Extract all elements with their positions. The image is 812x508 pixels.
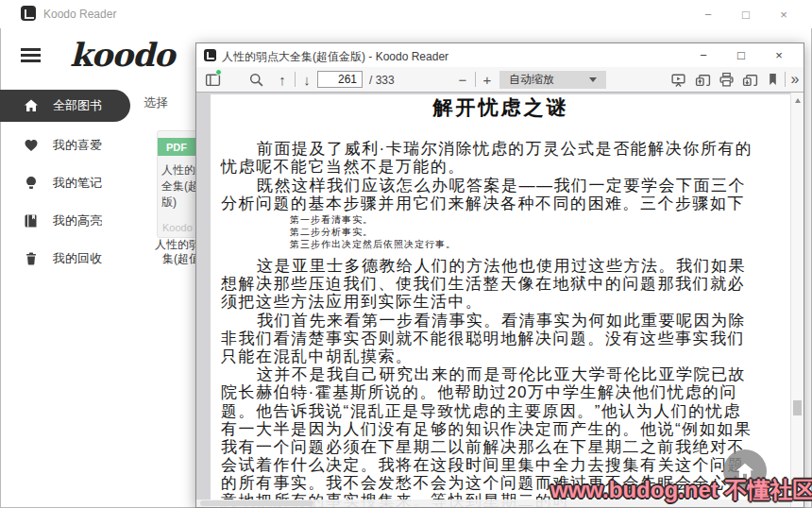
arrow-up-icon: ↑ <box>279 72 286 88</box>
double-chevron-icon: » <box>791 71 800 88</box>
page-count-label: / 333 <box>369 74 395 87</box>
next-page-button[interactable]: ↓ <box>296 67 318 92</box>
scroll-up-arrow-icon[interactable] <box>795 98 801 103</box>
koodo-logo: koodo <box>70 36 174 74</box>
main-window-controls: − □ × <box>689 0 803 28</box>
hamburger-menu-icon[interactable] <box>21 48 41 62</box>
pdf-toolbar: ↑ ↓ / 333 − + 自动缩放 <box>196 67 804 93</box>
close-button[interactable]: × <box>765 0 803 28</box>
zoom-out-button[interactable]: − <box>451 67 474 92</box>
minimize-button[interactable]: − <box>685 43 722 67</box>
sidebar-item-label: 我的回收 <box>53 250 102 267</box>
text-line: 分析问题的基本步骤并用它们来解决各种不同的困难。三个步骤如下 <box>221 193 745 214</box>
bookmark-icon <box>766 72 780 87</box>
page-number-input[interactable] <box>317 71 363 88</box>
sidebar-item-highlights[interactable]: 我的高亮 <box>0 205 142 237</box>
sidebar-item-notes[interactable]: 我的笔记 <box>0 167 142 199</box>
maximize-button[interactable]: □ <box>722 43 760 67</box>
more-tools-button[interactable]: » <box>786 67 804 92</box>
minus-icon: − <box>459 72 467 88</box>
sidebar-item-label: 我的高亮 <box>53 212 102 229</box>
text-line: 第二步分析事实。 <box>290 226 373 239</box>
zoom-select-value: 自动缩放 <box>509 72 554 88</box>
heart-icon <box>24 138 39 153</box>
text-line: 第三步作出决定然后依照决定行事。 <box>290 238 456 251</box>
arrow-down-icon: ↓ <box>303 72 311 88</box>
notification-dot <box>215 69 222 76</box>
select-label[interactable]: 选择 <box>144 94 168 111</box>
print-button[interactable] <box>715 67 737 92</box>
zoom-in-button[interactable]: + <box>476 67 499 92</box>
find-button[interactable] <box>244 67 268 92</box>
sidebar-item-label: 全部图书 <box>53 97 102 114</box>
reader-titlebar: 人性的弱点大全集(超值金版) - Koodo Reader − □ × <box>196 43 804 67</box>
sidebar-item-trash[interactable]: 我的回收 <box>0 243 142 275</box>
home-icon <box>24 98 39 113</box>
site-watermark: www.budog.net 不懂社区 <box>550 475 812 505</box>
maximize-button[interactable]: □ <box>727 0 765 28</box>
open-file-button[interactable] <box>691 67 714 92</box>
presentation-icon <box>670 72 686 88</box>
vertical-scrollbar-thumb[interactable] <box>793 400 802 415</box>
pdf-viewer-area: 解开忧虑之谜 前面提及了威利·卡瑞尔消除忧虑的万灵公式是否能解决你所有的 忧虑呢… <box>196 93 804 507</box>
main-window-titlebar: Koodo Reader − □ × <box>0 0 812 28</box>
screen: Koodo Reader − □ × koodo 全部图书 我的喜爱 我的笔记 … <box>0 0 812 508</box>
printer-icon <box>719 72 735 88</box>
book-icon <box>24 213 39 229</box>
previous-page-button[interactable]: ↑ <box>271 67 294 92</box>
sidebar-item-favorites[interactable]: 我的喜爱 <box>0 129 142 161</box>
page-text: 前面提及了威利·卡瑞尔消除忧虑的万灵公式是否能解决你所有的 忧虑呢不能它当然不是… <box>211 94 791 507</box>
chevron-down-icon <box>589 77 597 82</box>
vertical-scrollbar[interactable] <box>790 93 804 507</box>
reader-window: 人性的弱点大全集(超值金版) - Koodo Reader − □ × ↑ ↓ … <box>195 42 804 508</box>
sidebar-item-label: 我的笔记 <box>53 175 102 192</box>
zoom-level-select[interactable]: 自动缩放 <box>499 71 606 89</box>
open-file-icon <box>695 72 711 88</box>
search-icon <box>248 72 264 88</box>
sidebar-toggle-button[interactable] <box>200 67 225 92</box>
koodo-app-icon <box>204 49 216 61</box>
sidebar-item-all-books[interactable]: 全部图书 <box>0 90 130 122</box>
plus-icon: + <box>483 72 492 88</box>
reader-window-title: 人性的弱点大全集(超值金版) - Koodo Reader <box>222 49 448 65</box>
lightbulb-icon <box>24 176 39 191</box>
download-button[interactable] <box>738 67 761 92</box>
reader-window-controls: − □ × <box>685 43 798 67</box>
text-line: 第一步看清事实。 <box>290 213 373 227</box>
cover-watermark: Koodo <box>162 222 193 233</box>
sidebar-item-label: 我的喜爱 <box>53 137 102 154</box>
presentation-mode-button[interactable] <box>667 67 689 92</box>
download-icon <box>742 72 758 88</box>
close-button[interactable]: × <box>760 43 798 67</box>
koodo-app-icon <box>21 6 36 21</box>
main-window-title: Koodo Reader <box>43 8 116 21</box>
horizontal-scrollbar-thumb[interactable] <box>200 500 313 506</box>
bookmark-button[interactable] <box>762 67 783 92</box>
trash-icon <box>24 251 39 266</box>
minimize-button[interactable]: − <box>689 0 727 28</box>
pdf-page: 解开忧虑之谜 前面提及了威利·卡瑞尔消除忧虑的万灵公式是否能解决你所有的 忧虑呢… <box>211 94 791 507</box>
